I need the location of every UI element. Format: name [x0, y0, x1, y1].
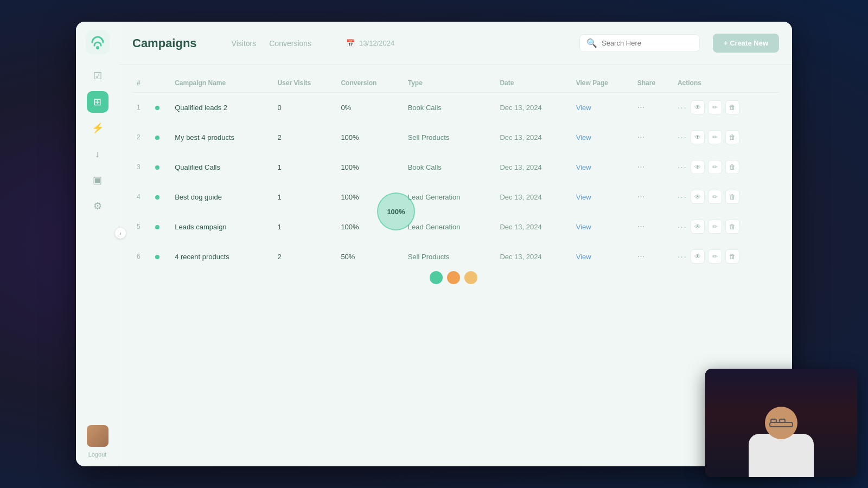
row-view-link[interactable]: View	[572, 182, 633, 212]
col-view-page: View Page	[572, 74, 633, 93]
edit-action-button[interactable]: ✏	[708, 220, 722, 234]
row-share: ···	[633, 242, 673, 272]
row-share: ···	[633, 182, 673, 212]
view-action-button[interactable]: 👁	[691, 130, 705, 144]
view-action-button[interactable]: 👁	[691, 249, 705, 264]
webcam-overlay	[705, 369, 857, 477]
col-conversion: Conversion	[336, 74, 403, 93]
col-flag	[151, 74, 170, 93]
row-view-link[interactable]: View	[572, 212, 633, 242]
sidebar: ☑ ⊞ ⚡ ↓ ▣ ⚙ Logout	[76, 22, 119, 466]
dot-yellow	[464, 271, 477, 284]
row-campaign-name: Leads campaign	[170, 212, 273, 242]
main-content: Campaigns Visitors Conversions 📅 13/12/2…	[119, 22, 792, 466]
delete-action-button[interactable]: 🗑	[725, 100, 739, 114]
edit-action-button[interactable]: ✏	[708, 130, 722, 144]
row-type: Lead Generation	[404, 182, 496, 212]
view-action-button[interactable]: 👁	[691, 160, 705, 174]
delete-action-button[interactable]: 🗑	[725, 249, 739, 264]
view-action-button[interactable]: 👁	[691, 220, 705, 234]
row-indicator	[151, 152, 170, 182]
row-share: ···	[633, 152, 673, 182]
sidebar-item-check[interactable]: ☑	[87, 65, 108, 87]
row-indicator	[151, 182, 170, 212]
table-row: 3 Qualified Calls 1 100% Book Calls Dec …	[132, 152, 779, 182]
row-conversion: 0%	[336, 93, 403, 123]
more-options-button[interactable]: ···	[678, 133, 687, 142]
create-new-button[interactable]: + Create New	[713, 34, 779, 53]
delete-action-button[interactable]: 🗑	[725, 190, 739, 204]
row-campaign-name: Best dog guide	[170, 182, 273, 212]
row-user-visits: 0	[273, 93, 336, 123]
header: Campaigns Visitors Conversions 📅 13/12/2…	[119, 22, 792, 65]
delete-action-button[interactable]: 🗑	[725, 130, 739, 144]
more-options-button[interactable]: ···	[678, 252, 687, 261]
row-view-link[interactable]: View	[572, 242, 633, 272]
view-action-button[interactable]: 👁	[691, 190, 705, 204]
dot-orange	[447, 271, 460, 284]
delete-action-button[interactable]: 🗑	[725, 220, 739, 234]
row-actions: ··· 👁 ✏ 🗑	[673, 93, 779, 123]
row-date: Dec 13, 2024	[495, 123, 571, 152]
row-view-link[interactable]: View	[572, 123, 633, 152]
sidebar-collapse-button[interactable]: ›	[115, 228, 126, 239]
search-box[interactable]: 🔍	[579, 34, 700, 52]
row-campaign-name: Qualified Calls	[170, 152, 273, 182]
logo[interactable]	[86, 30, 110, 54]
person-silhouette	[749, 407, 814, 477]
more-options-button[interactable]: ···	[678, 163, 687, 171]
edit-action-button[interactable]: ✏	[708, 160, 722, 174]
col-number: #	[132, 74, 151, 93]
conversion-popup: 100%	[377, 192, 415, 230]
row-campaign-name: 4 recent products	[170, 242, 273, 272]
row-indicator	[151, 123, 170, 152]
col-actions: Actions	[673, 74, 779, 93]
more-options-button[interactable]: ···	[678, 103, 687, 112]
row-actions: ··· 👁 ✏ 🗑	[673, 242, 779, 272]
row-indicator	[151, 93, 170, 123]
row-view-link[interactable]: View	[572, 152, 633, 182]
row-date: Dec 13, 2024	[495, 152, 571, 182]
row-type: Book Calls	[404, 93, 496, 123]
avatar	[87, 425, 108, 447]
edit-action-button[interactable]: ✏	[708, 190, 722, 204]
sidebar-item-monitor[interactable]: ▣	[87, 169, 108, 191]
row-type: Lead Generation	[404, 212, 496, 242]
row-id: 6	[132, 242, 151, 272]
search-icon: 🔍	[586, 38, 597, 48]
sidebar-item-download[interactable]: ↓	[87, 143, 108, 165]
delete-action-button[interactable]: 🗑	[725, 160, 739, 174]
row-type: Book Calls	[404, 152, 496, 182]
row-date: Dec 13, 2024	[495, 212, 571, 242]
popup-circle: 100%	[377, 192, 415, 230]
sidebar-item-lightning[interactable]: ⚡	[87, 117, 108, 139]
row-user-visits: 2	[273, 123, 336, 152]
search-input[interactable]	[602, 39, 693, 47]
row-view-link[interactable]: View	[572, 93, 633, 123]
sidebar-item-settings[interactable]: ⚙	[87, 195, 108, 217]
view-action-button[interactable]: 👁	[691, 100, 705, 114]
date-filter[interactable]: 📅 13/12/2024	[346, 39, 394, 47]
row-id: 5	[132, 212, 151, 242]
person-body	[749, 434, 814, 477]
svg-point-1	[96, 46, 99, 49]
row-share: ···	[633, 123, 673, 152]
row-actions: ··· 👁 ✏ 🗑	[673, 123, 779, 152]
more-options-button[interactable]: ···	[678, 192, 687, 201]
nav-conversions[interactable]: Conversions	[269, 37, 311, 50]
row-dots	[430, 271, 477, 284]
more-options-button[interactable]: ···	[678, 222, 687, 231]
col-share: Share	[633, 74, 673, 93]
logout-label[interactable]: Logout	[88, 451, 107, 458]
row-actions: ··· 👁 ✏ 🗑	[673, 152, 779, 182]
page-title: Campaigns	[132, 36, 197, 50]
edit-action-button[interactable]: ✏	[708, 249, 722, 264]
row-conversion: 100%	[336, 152, 403, 182]
nav-visitors[interactable]: Visitors	[232, 37, 257, 50]
row-share: ···	[633, 212, 673, 242]
sidebar-item-grid[interactable]: ⊞	[87, 91, 108, 113]
row-id: 3	[132, 152, 151, 182]
row-type: Sell Products	[404, 123, 496, 152]
row-indicator	[151, 242, 170, 272]
edit-action-button[interactable]: ✏	[708, 100, 722, 114]
